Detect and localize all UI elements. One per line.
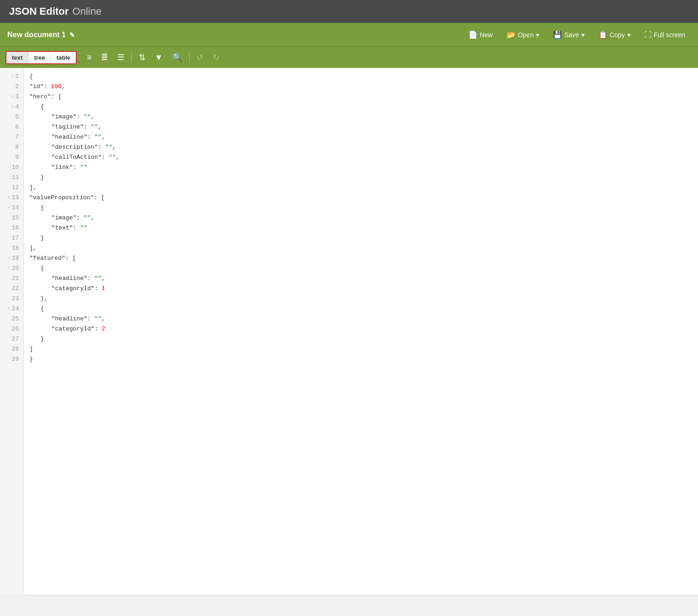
code-line: ], [29,183,698,193]
code-content[interactable]: {"id": 100,"hero": [{"image": "","taglin… [24,68,698,594]
code-line: { [29,72,698,82]
code-line: { [29,102,698,112]
collapse-arrow-icon[interactable]: › [7,305,10,313]
line-number: 11 [0,173,23,183]
doc-toolbar: New document 1 ✎ 📄 New 📂 Open ▾ 💾 Save ▾… [0,23,698,46]
code-line: "categoryId": 2 [29,324,698,334]
line-number: 18 [0,243,23,253]
collapse-arrow-icon[interactable]: › [7,204,10,212]
line-number: ›24 [0,304,23,314]
transform-icon: ⇅ [139,52,146,62]
view-mode-tree-button[interactable]: tree [28,52,51,63]
edit-document-icon[interactable]: ✎ [69,31,75,39]
code-line: "valueProposition": [ [29,193,698,203]
line-number: ›14 [0,203,23,213]
new-label: New [480,31,493,39]
view-mode-group: text tree table [6,51,77,64]
line-number: 6 [0,122,23,132]
view-toolbar: text tree table ≡ ≣ ☰ ⇅ ▼ 🔍 ↺ ↻ [0,46,698,68]
code-line: "tagline": "", [29,122,698,132]
format-compact-icon: ≡ [87,53,92,62]
open-button[interactable]: 📂 Open ▾ [501,28,545,42]
line-number: 25 [0,314,23,324]
document-title-text: New document 1 [7,31,66,39]
line-numbers: ›12›3›456789101112›13›1415161718›19›2021… [0,68,24,594]
open-icon: 📂 [507,30,516,39]
app-header: JSON Editor Online [0,0,698,23]
line-number: 7 [0,132,23,142]
search-button[interactable]: 🔍 [169,50,186,64]
line-number: 12 [0,183,23,193]
code-line: "headline": "", [29,274,698,284]
new-button[interactable]: 📄 New [463,28,498,42]
line-number: 17 [0,233,23,243]
filter-button[interactable]: ▼ [151,51,167,64]
copy-icon: 📋 [598,30,608,39]
copy-chevron-icon: ▾ [627,31,630,39]
copy-button[interactable]: 📋 Copy ▾ [593,28,636,42]
document-title-area: New document 1 ✎ [7,31,75,39]
line-number: 29 [0,354,23,364]
code-line: "description": "", [29,142,698,152]
code-line: "featured": [ [29,253,698,263]
fullscreen-button[interactable]: ⛶ Full screen [639,28,691,42]
view-mode-text-button[interactable]: text [6,52,28,63]
redo-icon: ↻ [213,52,220,62]
code-line: "id": 100, [29,82,698,92]
save-button[interactable]: 💾 Save ▾ [547,28,590,42]
code-line: "image": "", [29,112,698,122]
code-line: ], [29,243,698,253]
line-number: ›19 [0,253,23,263]
code-line: "callToAction": "", [29,152,698,162]
fullscreen-label: Full screen [654,31,685,39]
line-number: 8 [0,142,23,152]
redo-button[interactable]: ↻ [209,50,223,64]
line-number: 10 [0,162,23,173]
collapse-arrow-icon[interactable]: › [7,194,10,202]
filter-icon: ▼ [155,53,163,62]
code-line: }, [29,294,698,304]
line-number: ›4 [0,102,23,112]
line-number: 27 [0,334,23,344]
line-number: ›13 [0,193,23,203]
app-title-sub: Online [73,6,102,17]
code-line: } [29,173,698,183]
code-line: } [29,334,698,344]
app-title-main: JSON Editor [9,6,69,17]
save-chevron-icon: ▾ [581,31,585,39]
format-indent-button[interactable]: ≣ [97,50,112,64]
code-line: { [29,263,698,274]
collapse-arrow-icon[interactable]: › [11,93,14,101]
collapse-arrow-icon[interactable]: › [11,103,14,111]
code-line: { [29,304,698,314]
code-line: "link": "" [29,162,698,173]
save-icon: 💾 [553,30,562,39]
undo-button[interactable]: ↺ [193,50,207,64]
collapse-arrow-icon[interactable]: › [11,73,14,80]
code-line: "headline": "", [29,132,698,142]
code-line: { [29,203,698,213]
code-line: ] [29,344,698,354]
line-number: ›3 [0,92,23,102]
code-line: "image": "", [29,213,698,223]
open-label: Open [518,31,534,39]
line-number: ›20 [0,263,23,274]
save-label: Save [564,31,579,39]
collapse-arrow-icon[interactable]: › [7,255,10,262]
new-icon: 📄 [468,30,478,39]
format-sort-button[interactable]: ☰ [113,50,128,64]
code-line: } [29,354,698,364]
collapse-arrow-icon[interactable]: › [7,265,10,272]
view-mode-table-button[interactable]: table [51,52,76,63]
format-indent-icon: ≣ [101,52,108,62]
transform-button[interactable]: ⇅ [135,50,149,64]
line-number: ›1 [0,72,23,82]
format-compact-button[interactable]: ≡ [83,51,96,64]
format-sort-icon: ☰ [117,52,124,62]
editor-area: ›12›3›456789101112›13›1415161718›19›2021… [0,68,698,594]
line-number: 21 [0,274,23,284]
line-number: 26 [0,324,23,334]
search-icon: 🔍 [172,52,182,62]
line-number: 5 [0,112,23,122]
code-line: } [29,233,698,243]
